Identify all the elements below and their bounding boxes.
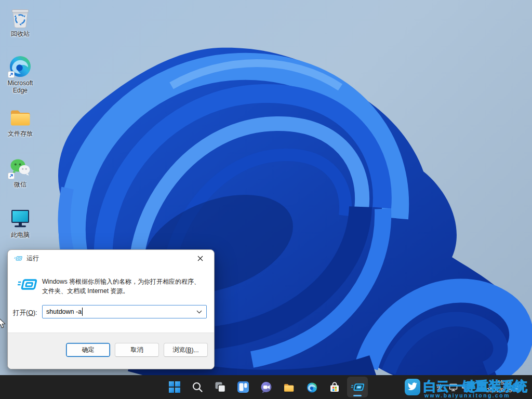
ok-button[interactable]: 确定 [66,343,110,357]
volume-tray-icon[interactable] [461,383,470,392]
file-explorer-button[interactable] [278,377,299,397]
run-dialog-titlebar[interactable]: 运行 [8,250,214,267]
edge-icon [8,54,33,78]
desktop-icon-label: Microsoft Edge [2,79,39,94]
folder-icon [8,104,33,129]
cancel-button[interactable]: 取消 [115,343,159,357]
desktop-icon-label: 此电脑 [11,231,30,238]
search-button[interactable] [187,377,208,397]
run-dialog-icon [17,275,37,294]
recycle-bin-icon [8,4,33,29]
desktop-icon-label: 文件存放 [8,130,33,137]
display-tray-icon[interactable] [449,383,458,392]
taskbar: 英 15:34 2021/8/25 2 [0,375,532,399]
task-view-icon [215,381,226,393]
run-dialog-description: Windows 将根据你所输入的名称，为你打开相应的程序、 文件夹、文档或 In… [42,277,200,296]
taskbar-icon-row [164,377,368,397]
notification-count-badge[interactable]: 2 [512,382,521,392]
desktop-icon-file-storage[interactable]: 文件存放 [0,104,41,137]
widgets-icon [237,381,249,393]
close-icon[interactable] [192,252,208,264]
chevron-down-icon[interactable] [196,310,202,314]
tray-clock[interactable]: 15:34 2021/8/25 [475,379,512,394]
open-field-label: 打开(O): [13,309,37,317]
desktop-icon-microsoft-edge[interactable]: Microsoft Edge [0,54,41,94]
chat-icon [260,381,272,393]
browse-button[interactable]: 浏览(B)... [164,343,208,357]
run-command-input[interactable]: shutdown -a [42,305,207,318]
run-app-button[interactable] [347,377,368,397]
desktop-icon-recycle-bin[interactable]: 回收站 [0,4,41,37]
start-button[interactable] [164,377,185,397]
tray-date: 2021/8/25 [475,387,512,394]
run-window-icon [351,381,364,394]
file-explorer-icon [283,381,295,393]
desktop-icon-label: 微信 [14,181,26,188]
edge-icon [306,381,318,393]
active-app-indicator [353,395,362,396]
text-caret [82,308,83,316]
wechat-icon [8,155,33,180]
ime-indicator[interactable]: 英 [436,383,443,392]
widgets-button[interactable] [233,377,254,397]
run-window-icon [14,255,22,262]
monitor-icon [8,205,33,230]
search-icon [192,381,203,393]
shortcut-arrow-icon [8,71,15,78]
run-dialog-title: 运行 [26,254,39,263]
run-dialog: 运行 Windows 将根据你所输入的名称，为你打开相应的程序、 文件夹、文档或… [7,249,215,369]
chat-button[interactable] [256,377,276,397]
edge-button[interactable] [301,377,322,397]
task-view-button[interactable] [210,377,231,397]
tray-time: 15:34 [475,379,512,387]
run-command-value: shutdown -a [46,308,82,315]
store-button[interactable] [324,377,345,397]
mouse-cursor [0,317,6,329]
desktop-icon-label: 回收站 [11,30,30,37]
shortcut-arrow-icon [8,172,15,179]
windows-logo-icon [169,381,180,393]
desktop-icon-this-pc[interactable]: 此电脑 [0,205,41,238]
store-icon [329,381,340,393]
desktop-icon-wechat[interactable]: 微信 [0,155,41,188]
